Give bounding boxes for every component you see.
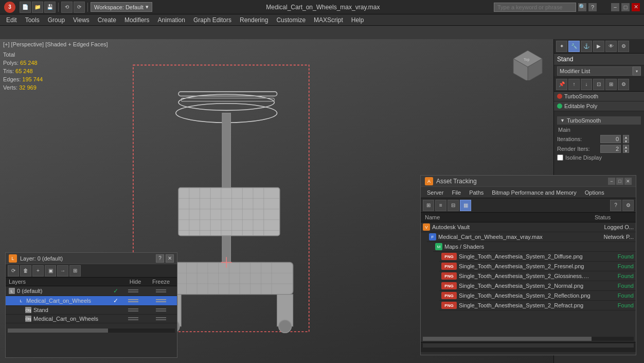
ts-renderiters-input[interactable] bbox=[600, 145, 621, 153]
search-icon[interactable]: 🔍 bbox=[578, 3, 586, 11]
modifier-list-select[interactable]: Modifier List bbox=[557, 66, 633, 76]
layer-move-icon[interactable]: → bbox=[57, 265, 68, 276]
rpanel-motion-icon[interactable]: ▶ bbox=[593, 41, 604, 52]
menu-modifiers[interactable]: Modifiers bbox=[120, 15, 154, 25]
mod-configure-icon[interactable]: ⚙ bbox=[618, 79, 629, 90]
ts-iterations-spinner[interactable]: ▲ ▼ bbox=[623, 135, 629, 143]
layer-close-btn[interactable]: ✕ bbox=[166, 254, 174, 263]
layer-icon-default: L bbox=[9, 288, 15, 294]
layer-row-stand[interactable]: Obj Stand bbox=[6, 306, 177, 315]
menu-tools[interactable]: Tools bbox=[21, 15, 44, 25]
minimize-btn[interactable]: − bbox=[611, 3, 619, 11]
layer-help-btn[interactable]: ? bbox=[156, 254, 164, 263]
menu-edit[interactable]: Edit bbox=[2, 15, 21, 25]
asset-scrollbar[interactable] bbox=[423, 337, 634, 341]
asset-maximize-btn[interactable]: □ bbox=[616, 178, 623, 185]
menu-rendering[interactable]: Rendering bbox=[236, 15, 272, 25]
asset-name-vault: Autodesk Vault bbox=[432, 224, 591, 230]
asset-row-vault[interactable]: V Autodesk Vault Logged O... bbox=[421, 222, 636, 232]
redo-btn[interactable]: ⟳ bbox=[74, 2, 85, 13]
asset-row-png6[interactable]: PNG Single_Tooth_Anesthesia_System_2_Ref… bbox=[439, 301, 636, 310]
menu-animation[interactable]: Animation bbox=[154, 15, 189, 25]
layer-expand-icon[interactable]: ⊞ bbox=[69, 265, 81, 276]
asset-row-png2[interactable]: PNG Single_Tooth_Anesthesia_System_2_Fre… bbox=[439, 262, 636, 271]
mod-move-dn-icon[interactable]: ↓ bbox=[581, 79, 592, 90]
asset-tool-4[interactable]: ▦ bbox=[460, 200, 471, 211]
undo-btn[interactable]: ⟲ bbox=[61, 2, 73, 13]
mod-pin-icon[interactable]: 📌 bbox=[556, 79, 567, 90]
layer-delete-icon[interactable]: 🗑 bbox=[20, 265, 31, 276]
menu-maxscript[interactable]: MAXScript bbox=[310, 15, 347, 25]
asset-menu-server[interactable]: Server bbox=[423, 188, 448, 197]
layer-panel: L Layer: 0 (default) ? ✕ ⟳ 🗑 + ▣ → ⊞ Lay… bbox=[5, 252, 177, 358]
layer-row-cartobj[interactable]: Obj Medical_Cart_on_Wheels bbox=[6, 315, 177, 323]
help-btn[interactable]: ? bbox=[588, 3, 597, 11]
ts-iterations-down[interactable]: ▼ bbox=[623, 139, 629, 143]
ts-isoline-checkbox[interactable] bbox=[557, 154, 563, 161]
layer-select-icon[interactable]: ▣ bbox=[45, 265, 56, 276]
new-btn[interactable]: 📄 bbox=[20, 2, 31, 13]
layer-add-icon[interactable]: + bbox=[32, 265, 44, 276]
save-btn[interactable]: 💾 bbox=[44, 2, 56, 13]
menu-group[interactable]: Group bbox=[44, 15, 69, 25]
ts-renderiters-up[interactable]: ▲ bbox=[623, 145, 629, 149]
asset-settings-btn[interactable]: ⚙ bbox=[622, 200, 634, 211]
modifier-item-editablepoly[interactable]: Editable Poly bbox=[554, 101, 644, 111]
ts-header[interactable]: ▼ TurboSmooth bbox=[557, 116, 641, 125]
layer-column-headers: Layers Hide Freeze bbox=[6, 278, 177, 286]
hide-col-header: Hide bbox=[122, 279, 148, 285]
ts-iterations-up[interactable]: ▲ bbox=[623, 135, 629, 139]
modifier-item-turbosmooth[interactable]: TurboSmooth bbox=[554, 92, 644, 101]
layer-freeze-stand bbox=[148, 308, 174, 312]
asset-row-maps[interactable]: M Maps / Shaders bbox=[433, 242, 636, 252]
menu-graph-editors[interactable]: Graph Editors bbox=[189, 15, 236, 25]
menu-create[interactable]: Create bbox=[94, 15, 120, 25]
ts-renderiters-spinner[interactable]: ▲ ▼ bbox=[623, 145, 629, 153]
menu-help[interactable]: Help bbox=[347, 15, 368, 25]
asset-row-png5[interactable]: PNG Single_Tooth_Anesthesia_System_2_Ref… bbox=[439, 291, 636, 301]
layer-scrollbar[interactable] bbox=[8, 329, 175, 333]
asset-menu-file[interactable]: File bbox=[448, 188, 465, 197]
asset-row-file[interactable]: F Medical_Cart_on_Wheels_max_vray.max Ne… bbox=[427, 232, 636, 242]
mod-copy-icon[interactable]: ⊡ bbox=[593, 79, 604, 90]
asset-tracking-panel: A Asset Tracking − □ ✕ Server File Paths… bbox=[420, 175, 636, 355]
nav-cube[interactable]: Top bbox=[512, 49, 543, 80]
rpanel-modify-icon[interactable]: 🔧 bbox=[568, 41, 580, 52]
rpanel-hierarchy-icon[interactable]: ⚓ bbox=[581, 41, 592, 52]
asset-row-png1[interactable]: PNG Single_Tooth_Anesthesia_System_2_Dif… bbox=[439, 252, 636, 262]
asset-name-png4: Single_Tooth_Anesthesia_System_2_Normal.… bbox=[459, 283, 591, 289]
layer-row-cart[interactable]: L Medical_Cart_on_Wheels ✓ bbox=[6, 296, 177, 306]
menu-views[interactable]: Views bbox=[69, 15, 94, 25]
ts-iterations-input[interactable] bbox=[600, 135, 621, 143]
rpanel-display-icon[interactable]: 👁 bbox=[605, 41, 617, 52]
rpanel-utilities-icon[interactable]: ⚙ bbox=[618, 41, 629, 52]
workspace-selector[interactable]: Workspace: Default ▾ bbox=[91, 2, 152, 12]
asset-tool-3[interactable]: ⊟ bbox=[448, 200, 459, 211]
ts-main-label: Main bbox=[557, 127, 641, 133]
layer-name-stand: Stand bbox=[33, 307, 118, 313]
ts-renderiters-down[interactable]: ▼ bbox=[623, 149, 629, 153]
asset-minimize-btn[interactable]: − bbox=[608, 178, 615, 185]
search-input[interactable] bbox=[494, 3, 576, 12]
mod-move-up-icon[interactable]: ↑ bbox=[568, 79, 580, 90]
layer-row-default[interactable]: L 0 (default) ✓ bbox=[6, 286, 177, 296]
asset-tool-2[interactable]: ≡ bbox=[435, 200, 446, 211]
asset-menu-paths[interactable]: Paths bbox=[465, 188, 488, 197]
open-btn[interactable]: 📁 bbox=[32, 2, 43, 13]
maximize-btn[interactable]: □ bbox=[621, 3, 630, 11]
rpanel-create-icon[interactable]: ✦ bbox=[556, 41, 567, 52]
asset-close-btn[interactable]: ✕ bbox=[624, 178, 632, 185]
asset-tool-1[interactable]: ⊞ bbox=[423, 200, 434, 211]
close-btn[interactable]: ✕ bbox=[632, 3, 640, 11]
menu-customize[interactable]: Customize bbox=[272, 15, 310, 25]
layer-freeze-cart bbox=[148, 299, 174, 302]
asset-png4-icon: PNG bbox=[441, 282, 457, 289]
modifier-list-dropdown[interactable]: ▾ bbox=[633, 66, 641, 76]
asset-help-btn[interactable]: ? bbox=[610, 200, 621, 211]
mod-paste-icon[interactable]: ⊞ bbox=[605, 79, 617, 90]
asset-row-png4[interactable]: PNG Single_Tooth_Anesthesia_System_2_Nor… bbox=[439, 281, 636, 291]
asset-menu-bitmap[interactable]: Bitmap Performance and Memory bbox=[488, 188, 580, 197]
asset-menu-options[interactable]: Options bbox=[581, 188, 609, 197]
layer-refresh-icon[interactable]: ⟳ bbox=[8, 265, 19, 276]
asset-row-png3[interactable]: PNG Single_Tooth_Anesthesia_System_2_Glo… bbox=[439, 271, 636, 281]
